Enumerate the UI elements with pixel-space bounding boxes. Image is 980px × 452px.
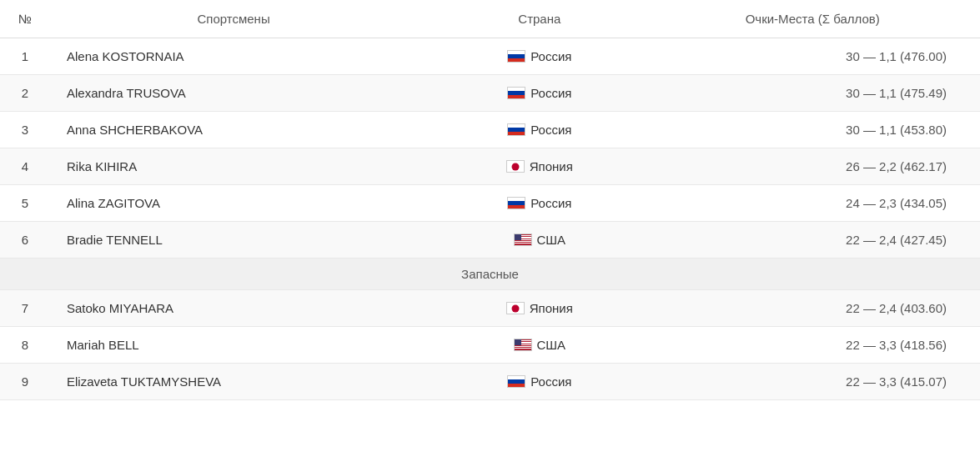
row-num: 4 bbox=[0, 148, 50, 185]
row-score: 22 — 2,4 (427.45) bbox=[662, 222, 980, 259]
country-name: США bbox=[537, 338, 566, 352]
row-athlete: Rika KIHIRA bbox=[50, 148, 417, 185]
flag-russia-icon bbox=[507, 123, 525, 136]
row-num: 2 bbox=[0, 75, 50, 112]
flag-japan-icon bbox=[506, 302, 525, 314]
table-row: 1 Alena KOSTORNAIA Россия 30 — 1,1 (476.… bbox=[0, 38, 980, 75]
row-athlete: Bradie TENNELL bbox=[50, 222, 417, 259]
row-score: 22 — 3,3 (418.56) bbox=[662, 327, 980, 364]
row-score: 22 — 3,3 (415.07) bbox=[662, 364, 980, 400]
row-num: 3 bbox=[0, 112, 50, 148]
country-name: США bbox=[537, 233, 566, 247]
row-country: Япония bbox=[417, 148, 661, 185]
table-header-row: № Спортсмены Страна Очки-Места (Σ баллов… bbox=[0, 0, 980, 38]
row-athlete: Alina ZAGITOVA bbox=[50, 185, 417, 222]
row-country: США bbox=[417, 222, 661, 259]
main-container: № Спортсмены Страна Очки-Места (Σ баллов… bbox=[0, 0, 980, 452]
row-num: 1 bbox=[0, 38, 50, 75]
flag-japan-icon bbox=[506, 160, 525, 173]
country-name: Япония bbox=[530, 159, 573, 173]
flag-russia-icon bbox=[507, 50, 525, 63]
row-score: 30 — 1,1 (475.49) bbox=[662, 75, 980, 112]
row-country: Россия bbox=[417, 38, 661, 75]
table-row: 2 Alexandra TRUSOVA Россия 30 — 1,1 (475… bbox=[0, 75, 980, 112]
table-row: 6 Bradie TENNELL США 22 — 2,4 (427.45) bbox=[0, 222, 980, 259]
row-country: Россия bbox=[417, 185, 661, 222]
header-athletes: Спортсмены bbox=[50, 0, 417, 38]
table-row: 4 Rika KIHIRA Япония 26 — 2,2 (462.17) bbox=[0, 148, 980, 185]
row-athlete: Satoko MIYAHARA bbox=[50, 290, 417, 327]
country-name: Россия bbox=[530, 196, 571, 210]
country-name: Россия bbox=[530, 86, 571, 100]
header-country: Страна bbox=[417, 0, 661, 38]
table-row: 9 Elizaveta TUKTAMYSHEVA Россия 22 — 3,3… bbox=[0, 364, 980, 400]
row-num: 8 bbox=[0, 327, 50, 364]
row-athlete: Anna SHCHERBAKOVA bbox=[50, 112, 417, 148]
row-score: 26 — 2,2 (462.17) bbox=[662, 148, 980, 185]
row-country: США bbox=[417, 327, 661, 364]
row-athlete: Mariah BELL bbox=[50, 327, 417, 364]
row-num: 6 bbox=[0, 222, 50, 259]
section-label: Запасные bbox=[0, 259, 980, 290]
flag-russia-icon bbox=[507, 375, 525, 388]
country-name: Россия bbox=[530, 123, 571, 137]
row-country: Россия bbox=[417, 364, 661, 400]
header-num: № bbox=[0, 0, 50, 38]
row-country: Россия bbox=[417, 75, 661, 112]
flag-russia-icon bbox=[507, 197, 525, 209]
table-row: 3 Anna SHCHERBAKOVA Россия 30 — 1,1 (453… bbox=[0, 112, 980, 148]
row-athlete: Elizaveta TUKTAMYSHEVA bbox=[50, 364, 417, 400]
row-num: 9 bbox=[0, 364, 50, 400]
table-row: 8 Mariah BELL США 22 — 3,3 (418.56) bbox=[0, 327, 980, 364]
row-score: 30 — 1,1 (453.80) bbox=[662, 112, 980, 148]
row-athlete: Alexandra TRUSOVA bbox=[50, 75, 417, 112]
header-score: Очки-Места (Σ баллов) bbox=[662, 0, 980, 38]
flag-russia-icon bbox=[507, 87, 525, 99]
row-num: 7 bbox=[0, 290, 50, 327]
row-score: 24 — 2,3 (434.05) bbox=[662, 185, 980, 222]
flag-usa-icon bbox=[514, 234, 532, 246]
flag-usa-icon bbox=[514, 339, 532, 351]
country-name: Япония bbox=[530, 301, 573, 315]
row-score: 30 — 1,1 (476.00) bbox=[662, 38, 980, 75]
row-country: Япония bbox=[417, 290, 661, 327]
section-header-row: Запасные bbox=[0, 259, 980, 290]
row-num: 5 bbox=[0, 185, 50, 222]
country-name: Россия bbox=[530, 49, 571, 63]
table-row: 7 Satoko MIYAHARA Япония 22 — 2,4 (403.6… bbox=[0, 290, 980, 327]
rankings-table: № Спортсмены Страна Очки-Места (Σ баллов… bbox=[0, 0, 980, 400]
table-row: 5 Alina ZAGITOVA Россия 24 — 2,3 (434.05… bbox=[0, 185, 980, 222]
row-score: 22 — 2,4 (403.60) bbox=[662, 290, 980, 327]
row-athlete: Alena KOSTORNAIA bbox=[50, 38, 417, 75]
row-country: Россия bbox=[417, 112, 661, 148]
country-name: Россия bbox=[530, 374, 571, 389]
